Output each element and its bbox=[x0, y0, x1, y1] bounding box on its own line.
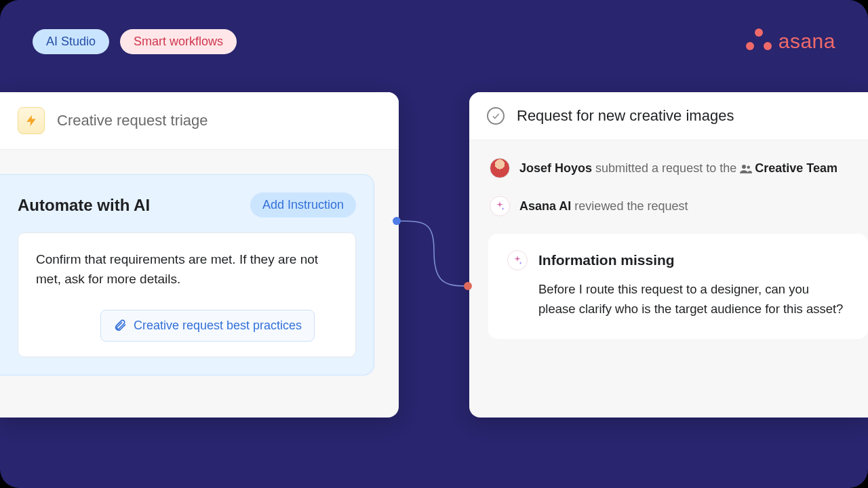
pill-ai-studio[interactable]: AI Studio bbox=[33, 29, 109, 54]
right-panel-title: Request for new creative images bbox=[517, 107, 734, 125]
instruction-text: Confirm that requirements are met. If th… bbox=[36, 249, 338, 289]
instruction-box: Confirm that requirements are met. If th… bbox=[18, 232, 356, 357]
brand-name: asana bbox=[778, 30, 835, 53]
app-canvas: AI Studio Smart workflows asana Creative… bbox=[0, 0, 868, 488]
left-panel: Creative request triage Automate with AI… bbox=[0, 92, 399, 418]
ai-avatar bbox=[490, 196, 510, 216]
right-panel-body: Josef Hoyos submitted a request to the C… bbox=[469, 140, 868, 339]
attachment-chip[interactable]: Creative request best practices bbox=[100, 310, 315, 342]
automate-ai-title: Automate with AI bbox=[18, 196, 150, 215]
feed-item-ai: Asana AI reviewed the request bbox=[490, 196, 848, 216]
ai-response-card: Information missing Before I route this … bbox=[488, 234, 868, 339]
feed-user-name: Josef Hoyos bbox=[519, 161, 592, 175]
header-pills: AI Studio Smart workflows bbox=[33, 29, 237, 54]
add-instruction-button[interactable]: Add Instruction bbox=[250, 192, 356, 218]
avatar bbox=[490, 158, 510, 178]
response-body: Before I route this request to a designe… bbox=[507, 280, 849, 319]
team-icon bbox=[740, 164, 752, 174]
feed-user-action: submitted a request to the bbox=[592, 161, 740, 175]
response-title: Information missing bbox=[538, 252, 675, 268]
feed-item-user: Josef Hoyos submitted a request to the C… bbox=[490, 158, 848, 178]
svg-point-0 bbox=[742, 165, 746, 169]
asana-dots-icon bbox=[746, 28, 772, 54]
brand-logo: asana bbox=[746, 28, 835, 54]
feed-ai-name: Asana AI bbox=[519, 199, 571, 213]
svg-point-1 bbox=[747, 165, 751, 169]
left-panel-body: Automate with AI Add Instruction Confirm… bbox=[0, 150, 399, 375]
paperclip-icon bbox=[113, 319, 127, 332]
attachment-label: Creative request best practices bbox=[134, 319, 302, 333]
left-panel-title: Creative request triage bbox=[57, 112, 208, 129]
feed-text-ai: Asana AI reviewed the request bbox=[519, 199, 688, 214]
sparkle-icon bbox=[494, 201, 505, 211]
left-panel-header: Creative request triage bbox=[0, 92, 399, 150]
bolt-icon bbox=[18, 107, 45, 134]
automate-ai-card: Automate with AI Add Instruction Confirm… bbox=[0, 174, 374, 375]
feed-team-name: Creative Team bbox=[755, 161, 837, 175]
connector bbox=[393, 214, 475, 296]
right-panel-header: Request for new creative images bbox=[469, 92, 868, 140]
check-circle-icon[interactable] bbox=[487, 107, 505, 125]
feed-ai-action: reviewed the request bbox=[571, 199, 688, 213]
right-panel: Request for new creative images Josef Ho… bbox=[469, 92, 868, 418]
ai-avatar bbox=[507, 250, 528, 270]
pill-smart-workflows[interactable]: Smart workflows bbox=[120, 29, 237, 54]
feed-text-user: Josef Hoyos submitted a request to the C… bbox=[519, 161, 837, 176]
sparkle-icon bbox=[512, 255, 523, 266]
header: AI Studio Smart workflows asana bbox=[33, 28, 835, 54]
